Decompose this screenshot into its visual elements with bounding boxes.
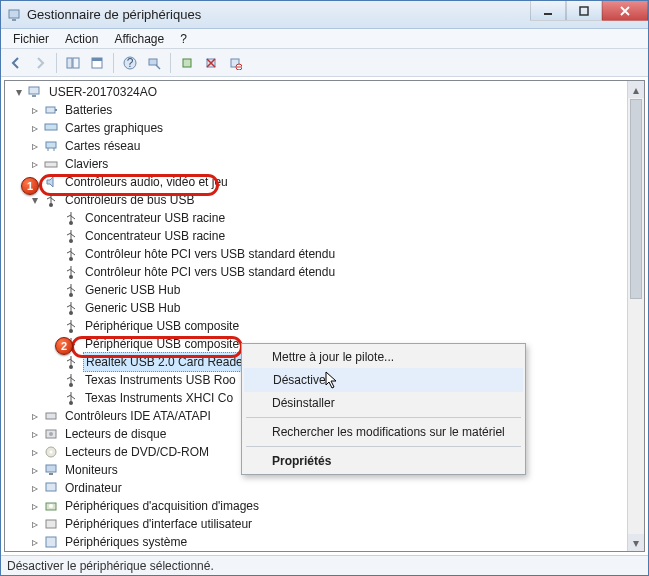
maximize-button[interactable] [566, 1, 602, 21]
svg-rect-18 [55, 109, 57, 111]
menu-action[interactable]: Action [59, 30, 104, 48]
tree-category-system[interactable]: ▹Périphériques système [9, 533, 644, 551]
collapse-icon[interactable]: ▾ [29, 194, 41, 206]
forward-button[interactable] [29, 52, 51, 74]
scroll-up-button[interactable]: ▴ [628, 81, 644, 98]
tree-label: Lecteurs de DVD/CD-ROM [63, 443, 211, 461]
svg-rect-5 [73, 58, 79, 68]
svg-rect-0 [9, 10, 19, 18]
tree-label: Concentrateur USB racine [83, 227, 227, 245]
usb-device-icon [63, 390, 79, 406]
svg-rect-17 [46, 107, 55, 113]
tree-item-usb[interactable]: Contrôleur hôte PCI vers USB standard ét… [9, 263, 644, 281]
svg-point-25 [69, 257, 73, 261]
svg-point-22 [49, 203, 53, 207]
tree-label: Batteries [63, 101, 114, 119]
usb-device-icon [63, 372, 79, 388]
tree-label: Périphériques d'acquisition d'images [63, 497, 261, 515]
menu-item-scan-hardware[interactable]: Rechercher les modifications sur le maté… [244, 421, 523, 443]
menu-item-properties[interactable]: Propriétés [244, 450, 523, 472]
disable-toolbar-button[interactable] [224, 52, 246, 74]
tree-label: Concentrateur USB racine [83, 209, 227, 227]
tree-label: Périphériques d'interface utilisateur [63, 515, 254, 533]
menu-view[interactable]: Affichage [108, 30, 170, 48]
tree-category-imaging[interactable]: ▹Périphériques d'acquisition d'images [9, 497, 644, 515]
tree-label: Ordinateur [63, 479, 124, 497]
vertical-scrollbar[interactable]: ▴ ▾ [627, 81, 644, 551]
expand-icon[interactable]: ▹ [29, 158, 41, 170]
system-device-icon [43, 534, 59, 550]
svg-rect-45 [46, 537, 56, 547]
help-toolbar-button[interactable]: ? [119, 52, 141, 74]
expand-icon[interactable]: ▹ [29, 518, 41, 530]
svg-point-31 [69, 365, 73, 369]
expand-icon[interactable]: ▹ [29, 122, 41, 134]
computer-icon [43, 480, 59, 496]
tree-item-usb[interactable]: Generic USB Hub [9, 299, 644, 317]
tree-label: Périphériques système [63, 533, 189, 551]
annotation-oval-1 [39, 174, 219, 196]
disk-icon [43, 426, 59, 442]
tree-item-usb[interactable]: Concentrateur USB racine [9, 227, 644, 245]
tree-item-usb[interactable]: Périphérique USB composite [9, 317, 644, 335]
svg-point-24 [69, 239, 73, 243]
display-adapter-icon [43, 120, 59, 136]
scan-hardware-button[interactable] [143, 52, 165, 74]
menu-item-update-driver[interactable]: Mettre à jour le pilote... [244, 346, 523, 368]
menu-item-uninstall[interactable]: Désinstaller [244, 392, 523, 414]
svg-point-36 [49, 432, 53, 436]
network-icon [43, 138, 59, 154]
svg-rect-16 [32, 95, 36, 97]
svg-point-28 [69, 311, 73, 315]
titlebar[interactable]: Gestionnaire de périphériques [1, 1, 648, 29]
tree-category-network[interactable]: ▹Cartes réseau [9, 137, 644, 155]
svg-rect-40 [49, 473, 53, 475]
update-driver-button[interactable] [176, 52, 198, 74]
tree-category-computer[interactable]: ▹Ordinateur [9, 479, 644, 497]
tree-root[interactable]: ▾ USER-20170324AO [9, 83, 644, 101]
tree-category-display[interactable]: ▹Cartes graphiques [9, 119, 644, 137]
menu-item-disable[interactable]: Désactiver [244, 368, 523, 392]
expand-icon[interactable]: ▹ [29, 536, 41, 548]
annotation-oval-2 [71, 336, 243, 358]
tree-category-hid[interactable]: ▹Périphériques d'interface utilisateur [9, 515, 644, 533]
expand-icon[interactable]: ▹ [29, 446, 41, 458]
expand-icon[interactable]: ▹ [29, 428, 41, 440]
tree-label: Generic USB Hub [83, 299, 182, 317]
tree-item-usb[interactable]: Contrôleur hôte PCI vers USB standard ét… [9, 245, 644, 263]
tree-label: Claviers [63, 155, 110, 173]
expand-icon[interactable]: ▹ [29, 104, 41, 116]
expand-icon[interactable]: ▹ [29, 464, 41, 476]
uninstall-toolbar-button[interactable] [200, 52, 222, 74]
expand-icon[interactable]: ▹ [29, 500, 41, 512]
menu-file[interactable]: Fichier [7, 30, 55, 48]
tree-category-keyboards[interactable]: ▹Claviers [9, 155, 644, 173]
usb-device-icon [63, 282, 79, 298]
expand-icon[interactable]: ▹ [29, 140, 41, 152]
tree-label: Contrôleur hôte PCI vers USB standard ét… [83, 245, 337, 263]
svg-point-26 [69, 275, 73, 279]
keyboard-icon [43, 156, 59, 172]
properties-toolbar-button[interactable] [86, 52, 108, 74]
scroll-thumb[interactable] [630, 99, 642, 299]
svg-rect-34 [46, 413, 56, 419]
close-button[interactable] [602, 1, 648, 21]
scroll-down-button[interactable]: ▾ [628, 534, 644, 551]
device-tree[interactable]: ▾ USER-20170324AO ▹Batteries ▹Cartes gra… [5, 81, 644, 552]
expand-icon[interactable]: ▹ [29, 482, 41, 494]
minimize-button[interactable] [530, 1, 566, 21]
menu-help[interactable]: ? [174, 30, 193, 48]
collapse-icon[interactable]: ▾ [13, 86, 25, 98]
svg-rect-20 [46, 142, 56, 148]
tree-label: Périphérique USB composite [83, 317, 241, 335]
expand-icon[interactable]: ▹ [29, 410, 41, 422]
show-hide-tree-button[interactable] [62, 52, 84, 74]
statusbar: Désactiver le périphérique sélectionné. [1, 555, 648, 575]
tree-category-batteries[interactable]: ▹Batteries [9, 101, 644, 119]
battery-icon [43, 102, 59, 118]
tree-label: Cartes graphiques [63, 119, 165, 137]
tree-label: Moniteurs [63, 461, 120, 479]
tree-item-usb[interactable]: Generic USB Hub [9, 281, 644, 299]
back-button[interactable] [5, 52, 27, 74]
tree-item-usb[interactable]: Concentrateur USB racine [9, 209, 644, 227]
